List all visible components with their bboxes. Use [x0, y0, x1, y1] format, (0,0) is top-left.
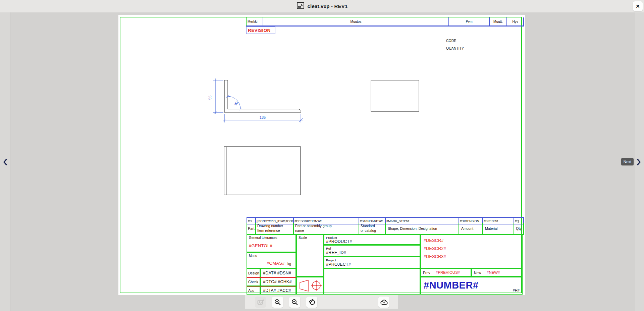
design-label-cell: Design — [247, 268, 260, 277]
new-cell: New #NEW# — [471, 268, 523, 277]
previous-value: #PREVIOUS# — [436, 270, 460, 274]
descr2-value: #DESCR2# — [424, 246, 446, 251]
number-cell: #NUMBER# #R# — [420, 277, 523, 295]
revision-col-muutos: Muutos — [263, 17, 449, 25]
zoom-out-icon — [291, 299, 298, 306]
next-button[interactable]: Next — [621, 158, 634, 165]
product-value: #PRODUCT# — [326, 239, 352, 244]
dim-height-text: 55 — [208, 96, 212, 100]
document-icon — [297, 2, 305, 11]
drawing-page: 55 135 90° Merkki Muutos Pvm Muutt. H — [118, 15, 525, 295]
close-button[interactable]: ✕ — [633, 1, 643, 11]
revision-col-muutt: Muutt. — [490, 17, 507, 25]
acc-value-cell: #DTA# #ACC# — [260, 286, 296, 295]
check-label-cell: Check — [247, 277, 260, 286]
scale-cell: Scale — [296, 234, 324, 277]
revision-table: Merkki Muutos Pvm Muutt. Hyv — [246, 17, 524, 27]
add-image-button[interactable] — [255, 297, 266, 308]
descr3-value: #DESCR3# — [424, 254, 446, 259]
viewer-toolbar — [245, 295, 398, 309]
revision-ref-value: #R# — [513, 288, 520, 292]
revision-col-pvm: Pvm — [449, 17, 490, 25]
window-title: cleat.vxp - REV1 — [308, 3, 348, 9]
dimension-55 — [213, 79, 223, 114]
quantity-label: QUANTITY — [446, 46, 464, 50]
mass-cell: Mass #CMAS# kg — [247, 252, 296, 268]
zoom-in-icon — [274, 299, 281, 306]
design-value-cell: #DAT# #DSN# — [260, 268, 296, 277]
next-page-chevron-icon[interactable] — [636, 158, 641, 167]
general-tolerances-cell: General tolerances #GENTOL# — [247, 234, 296, 252]
title-bar: cleat.vxp - REV1 — [0, 0, 644, 12]
acc-label-cell: Acc — [247, 286, 260, 295]
parts-sub-cell: Qty — [514, 223, 523, 234]
description-cell: #DESCR# #DESCR2# #DESCR3# — [420, 234, 523, 268]
number-value: #NUMBER# — [424, 280, 479, 291]
code-label: CODE — [446, 39, 456, 43]
check-value-cell: #DTC# #CHK# — [260, 277, 296, 286]
empty-cell — [324, 268, 420, 295]
zoom-out-button[interactable] — [289, 297, 300, 308]
new-value: #NEW# — [487, 270, 500, 274]
revision-col-merkki: Merkki — [247, 17, 263, 25]
mass-unit: kg — [287, 262, 291, 266]
gentol-value: #GENTOL# — [249, 243, 272, 248]
cmas-value: #CMAS# — [267, 261, 285, 266]
download-cloud-icon — [380, 299, 388, 306]
project-value: #PROJECT# — [326, 262, 351, 267]
parts-sub-cell: Shape, Dimension, Designation — [386, 223, 459, 234]
red-separator — [247, 277, 296, 278]
ref-cell: Ref #REF_ID# — [324, 245, 420, 257]
descr1-value: #DESCR# — [424, 238, 444, 243]
projection-method-icon — [297, 277, 323, 294]
prev-page-chevron-icon[interactable] — [3, 158, 8, 167]
red-separator — [247, 286, 296, 287]
reset-view-icon — [308, 299, 315, 306]
plan-view — [224, 147, 301, 195]
download-button[interactable] — [378, 297, 389, 308]
reset-view-button[interactable] — [306, 297, 317, 308]
dim-width-text: 135 — [260, 115, 266, 119]
revision-stamp: REVISION — [246, 27, 275, 34]
parts-sub-cell: Standardor catalog — [359, 223, 386, 234]
project-cell: Project #PROJECT# — [324, 257, 420, 268]
parts-sub-cell: Part — [247, 223, 256, 234]
dim-angle-text: 90° — [233, 100, 239, 106]
parts-sub-cell: Drawing numberItem reference — [256, 223, 294, 234]
parts-sub-cell: Material — [483, 223, 514, 234]
parts-table-subheader: Part Drawing numberItem reference Part o… — [247, 223, 524, 235]
add-image-icon — [257, 299, 264, 306]
parts-sub-cell: Part or assembly groupname — [294, 223, 359, 234]
revision-col-hyv: Hyv — [507, 17, 524, 25]
product-cell: Product #PRODUCT# — [324, 234, 420, 245]
ref-value: #REF_ID# — [326, 250, 346, 255]
side-view — [371, 80, 419, 111]
parts-sub-cell: Amount — [459, 223, 483, 234]
projection-symbol-cell — [296, 277, 324, 295]
zoom-in-button[interactable] — [272, 297, 283, 308]
cleat-profile-view — [224, 80, 301, 112]
prev-cell: Prev #PREVIOUS# — [420, 268, 471, 277]
